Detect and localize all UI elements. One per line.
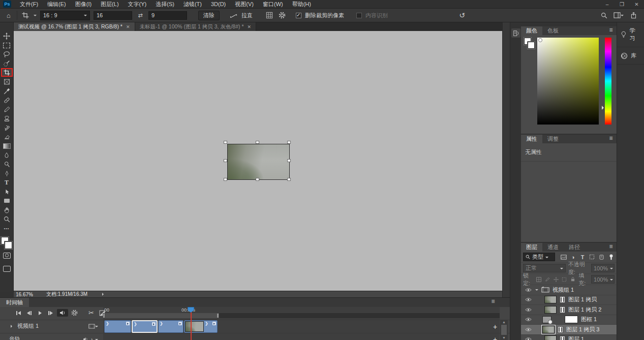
blur-tool[interactable] [1,151,13,159]
layer-row-selected[interactable]: 图层 1 拷贝 3 [521,325,617,335]
filter-smart-objects-icon[interactable] [598,254,605,260]
zoom-level-field[interactable]: 16.67% [16,292,42,297]
crop-handle-bottom-right[interactable] [287,178,291,181]
tab-color[interactable]: 颜色 [521,26,542,35]
frame-thumbnail[interactable] [542,316,551,323]
close-icon[interactable]: ✕ [126,24,130,29]
visibility-eye-icon[interactable] [524,327,532,332]
visibility-eye-icon[interactable] [524,337,532,340]
reset-crop-icon[interactable]: ↺ [457,11,467,20]
menu-view[interactable]: 视图(V) [230,0,258,9]
close-icon[interactable]: ✕ [247,24,251,29]
canvas-area[interactable] [14,31,502,291]
layer-thumbnail[interactable] [542,326,555,333]
crop-handle-bottom-left[interactable] [224,178,227,181]
document-image[interactable] [227,144,290,180]
straighten-icon[interactable] [229,11,238,20]
work-area-start-handle[interactable] [103,313,105,318]
layer-name[interactable]: 图层 1 拷贝 2 [568,306,601,314]
video-clip-4[interactable]: ❯ [184,320,218,333]
crop-handle-middle-right[interactable] [287,159,291,162]
clear-button[interactable]: 清除 [198,11,220,20]
split-clip-scissors-icon[interactable]: ✂ [87,309,96,317]
close-button[interactable]: ✕ [629,0,644,9]
hue-slider[interactable] [605,38,611,125]
video-track-name[interactable]: 视频组 1 [17,322,39,330]
hue-slider-marker[interactable] [602,106,606,110]
menu-select[interactable]: 选择(S) [151,0,179,9]
layer-filter-kind-select[interactable]: 类型 [523,253,555,261]
rectangular-marquee-tool[interactable] [1,42,13,49]
document-tab-active[interactable]: 测试视频 @ 16.7% (图层 1 拷贝 3, RGB/8) * ✕ [14,22,135,31]
swap-width-height-icon[interactable]: ⇄ [136,11,145,20]
work-area-bar[interactable] [103,313,500,318]
layer-row[interactable]: 图层 1 拷贝 2 [521,305,617,315]
spot-healing-brush-tool[interactable] [1,97,13,104]
delete-cropped-pixels-label[interactable]: 删除裁剪的像素 [305,12,344,19]
menu-filter[interactable]: 滤镜(T) [179,0,206,9]
group-expand-caret[interactable] [535,289,538,292]
tab-paths[interactable]: 路径 [564,243,585,252]
audio-track-name[interactable]: 音轨 [9,335,20,340]
tab-channels[interactable]: 通道 [542,243,564,252]
tab-layers[interactable]: 图层 [521,243,542,252]
play-button[interactable] [36,309,44,317]
screen-mode-toggle[interactable] [1,265,13,272]
layer-name[interactable]: 视频组 1 [553,286,574,294]
share-icon[interactable] [629,11,638,20]
minimize-button[interactable]: – [600,0,615,9]
zoom-tool[interactable] [1,215,13,223]
move-tool[interactable] [1,33,13,40]
next-frame-button[interactable] [46,309,55,317]
crop-handle-bottom-center[interactable] [256,178,259,181]
document-tab-inactive[interactable]: 未标题-1 @ 100% (图层 1 拷贝 3, 灰色/8#) * ✕ [135,22,257,31]
menu-window[interactable]: 窗口(W) [258,0,288,9]
delete-cropped-pixels-checkbox[interactable] [296,13,301,18]
audio-track-options[interactable]: ♪ [83,336,99,340]
menu-edit[interactable]: 编辑(E) [43,0,71,9]
go-to-first-frame-button[interactable] [14,309,23,317]
previous-frame-button[interactable] [25,309,34,317]
type-tool[interactable]: T [1,179,13,186]
clone-stamp-tool[interactable] [1,115,13,122]
color-field[interactable] [537,38,599,125]
brush-tool[interactable] [1,106,13,113]
layer-thumbnail[interactable] [544,296,557,303]
frame-tool[interactable] [1,78,13,85]
crop-tool-preset-icon[interactable] [21,11,30,20]
track-expand-caret[interactable] [11,325,14,328]
filter-pixel-layers-icon[interactable] [560,255,567,260]
video-clip-2-selected[interactable]: ❯ [132,320,158,333]
crop-handle-top-right[interactable] [287,141,291,144]
layer-name[interactable]: 图层 1 拷贝 3 [566,326,599,333]
filter-adjustment-layers-icon[interactable]: ◑ [570,254,577,260]
tab-timeline[interactable]: 时间轴 [0,298,29,307]
visibility-eye-icon[interactable] [524,317,532,322]
learn-panel-button[interactable]: 学习 [617,22,644,47]
search-icon[interactable] [599,11,608,20]
filter-type-layers-icon[interactable]: T [579,254,586,260]
status-chevron-icon[interactable] [102,293,105,296]
eyedropper-tool[interactable] [1,87,13,95]
layer-row[interactable]: 图层 1 [521,335,617,340]
crop-handle-top-left[interactable] [224,141,227,144]
add-video-media-button[interactable]: + [491,323,499,331]
crop-ratio-select[interactable]: 16 : 9 [40,11,90,20]
crop-handle-top-center[interactable] [256,141,259,144]
chevron-down-icon[interactable] [34,15,37,18]
history-panel-icon[interactable] [511,28,520,38]
layer-name[interactable]: 图层 1 [568,335,584,340]
quick-mask-toggle[interactable] [1,252,13,259]
add-audio-media-button[interactable]: + [491,335,499,340]
panel-menu-icon[interactable]: ≡ [487,298,499,307]
crop-handle-middle-left[interactable] [224,159,227,162]
straighten-label[interactable]: 拉直 [241,12,253,19]
layer-row[interactable]: 图层 1 拷贝 [521,295,617,305]
timeline-settings-gear-icon[interactable] [70,309,79,317]
pen-tool[interactable] [1,170,13,177]
history-brush-tool[interactable] [1,124,13,131]
quick-selection-tool[interactable] [1,60,13,67]
filter-shape-layers-icon[interactable] [589,254,596,260]
menu-type[interactable]: 文字(Y) [124,0,151,9]
crop-tool[interactable] [1,68,13,77]
